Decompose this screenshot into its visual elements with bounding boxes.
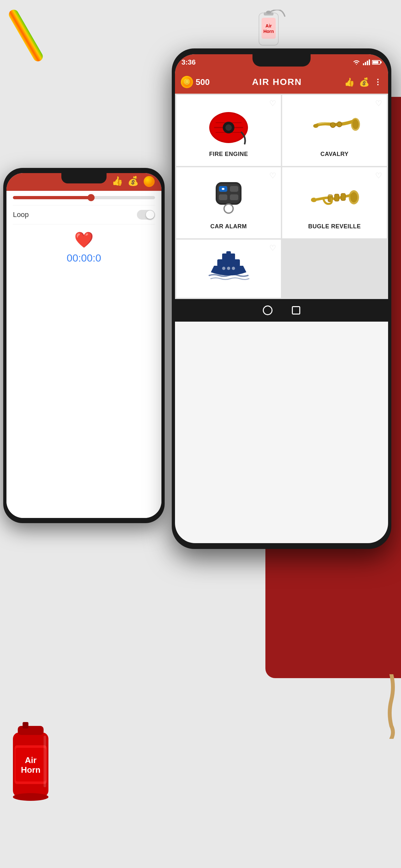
wifi-icon xyxy=(352,59,361,66)
fire-engine-label: FIRE ENGINE xyxy=(209,151,248,158)
svg-rect-20 xyxy=(373,61,378,64)
svg-point-27 xyxy=(225,124,232,131)
svg-point-6 xyxy=(266,11,271,14)
svg-rect-36 xyxy=(230,186,238,192)
rope-decoration xyxy=(382,674,401,739)
car-alarm-image xyxy=(203,177,254,219)
svg-point-29 xyxy=(352,120,359,129)
heart-ship-horn[interactable]: ♡ xyxy=(269,244,276,252)
status-time: 3:36 xyxy=(181,58,196,66)
phone-notch xyxy=(252,54,311,66)
cavalry-label: CAVALRY xyxy=(320,151,348,158)
sound-card-bugle-reveille[interactable]: ♡ xyxy=(282,167,387,238)
progress-thumb xyxy=(88,194,95,201)
header-left: 🪙 500 xyxy=(181,76,210,88)
svg-rect-16 xyxy=(365,62,366,65)
svg-point-50 xyxy=(222,267,225,270)
progress-bar[interactable] xyxy=(13,196,155,199)
decorative-airhorn-top: Air Horn xyxy=(246,10,291,55)
airhorn-label-line2: Horn xyxy=(21,765,41,775)
ship-svg xyxy=(208,250,250,285)
more-menu-button[interactable]: ⋮ xyxy=(374,78,382,87)
heart-car-alarm[interactable]: ♡ xyxy=(269,171,276,180)
secondary-status-bar: 👍 💰 xyxy=(6,173,161,191)
carkey-svg xyxy=(206,179,251,218)
coin-icon-secondary[interactable] xyxy=(143,176,155,189)
svg-point-7 xyxy=(144,176,155,187)
secondary-phone: 👍 💰 xyxy=(3,168,165,523)
secondary-content: Loop ❤️ 00:00:0 xyxy=(6,191,161,518)
airhorn-can-bottom: Air Horn xyxy=(6,719,58,803)
svg-point-51 xyxy=(227,267,230,270)
main-phone: 3:36 xyxy=(172,49,391,549)
status-icons xyxy=(352,59,382,66)
svg-rect-17 xyxy=(367,61,368,65)
trumpet-svg xyxy=(309,181,360,216)
car-alarm-label: CAR ALARM xyxy=(211,223,247,230)
airhorn-label-line1: Air xyxy=(25,755,36,765)
sound-card-cavalry[interactable]: ♡ xyxy=(282,95,387,166)
sound-card-fire-engine[interactable]: ♡ xyxy=(176,95,281,166)
svg-point-52 xyxy=(232,267,235,270)
timer-display: 00:00:0 xyxy=(13,252,155,264)
svg-rect-18 xyxy=(369,59,370,65)
loop-toggle[interactable] xyxy=(137,210,155,220)
progress-fill xyxy=(13,196,91,199)
thumbs-up-icon[interactable]: 👍 xyxy=(112,176,123,189)
money-bag-button[interactable]: 💰 xyxy=(359,77,369,87)
loop-row: Loop xyxy=(13,205,155,224)
svg-rect-53 xyxy=(226,251,231,254)
svg-rect-48 xyxy=(217,259,240,267)
money-bag-icon[interactable]: 💰 xyxy=(127,176,139,189)
secondary-notch xyxy=(61,173,106,183)
battery-icon xyxy=(372,60,382,65)
cavalry-image xyxy=(309,105,360,147)
bugle-reveille-image xyxy=(309,177,360,219)
coin-count: 500 xyxy=(196,77,210,87)
favorite-heart[interactable]: ❤️ xyxy=(74,231,94,249)
bottom-nav xyxy=(175,299,388,321)
thumbs-up-button[interactable]: 👍 xyxy=(344,77,354,87)
svg-point-40 xyxy=(224,204,233,213)
svg-point-13 xyxy=(13,793,49,801)
secondary-phone-screen: 👍 💰 xyxy=(6,173,161,518)
svg-rect-10 xyxy=(23,722,28,728)
signal-icon xyxy=(363,59,370,65)
ship-image xyxy=(203,246,254,288)
heart-row: ❤️ xyxy=(13,231,155,249)
heart-bugle-reveille[interactable]: ♡ xyxy=(375,171,382,180)
main-phone-screen: 3:36 xyxy=(175,54,388,543)
sound-grid: ♡ xyxy=(175,94,388,299)
svg-rect-38 xyxy=(230,194,238,200)
svg-rect-39 xyxy=(222,188,224,190)
svg-rect-0 xyxy=(7,8,44,63)
bugle-svg xyxy=(309,108,360,144)
toggle-knob xyxy=(146,211,154,219)
sound-card-car-alarm[interactable]: ♡ xyxy=(176,167,281,238)
svg-rect-46 xyxy=(341,193,345,200)
svg-rect-37 xyxy=(219,194,227,200)
svg-text:Horn: Horn xyxy=(264,29,274,34)
heart-fire-engine[interactable]: ♡ xyxy=(269,99,276,108)
svg-rect-15 xyxy=(363,63,364,65)
back-button[interactable] xyxy=(292,306,300,314)
decorative-straw xyxy=(4,4,48,67)
svg-rect-45 xyxy=(335,194,339,201)
home-button[interactable] xyxy=(263,306,273,315)
fire-engine-image xyxy=(203,105,254,147)
secondary-header-icons: 👍 💰 xyxy=(112,176,155,189)
svg-point-32 xyxy=(313,124,318,128)
sound-card-ship-horn[interactable]: ♡ xyxy=(176,240,281,298)
siren-svg xyxy=(204,106,253,145)
svg-text:Air: Air xyxy=(266,23,272,28)
svg-rect-9 xyxy=(18,726,43,735)
svg-point-30 xyxy=(330,122,335,128)
app-header: 🪙 500 AIR HORN 👍 💰 ⋮ xyxy=(175,70,388,94)
svg-text:🪙: 🪙 xyxy=(184,79,190,85)
progress-section xyxy=(13,196,155,199)
bugle-reveille-label: BUGLE REVEILLE xyxy=(308,223,361,230)
svg-point-43 xyxy=(350,192,358,203)
coin-icon-header: 🪙 xyxy=(181,76,193,88)
heart-cavalry[interactable]: ♡ xyxy=(375,99,382,108)
svg-rect-21 xyxy=(381,61,382,63)
